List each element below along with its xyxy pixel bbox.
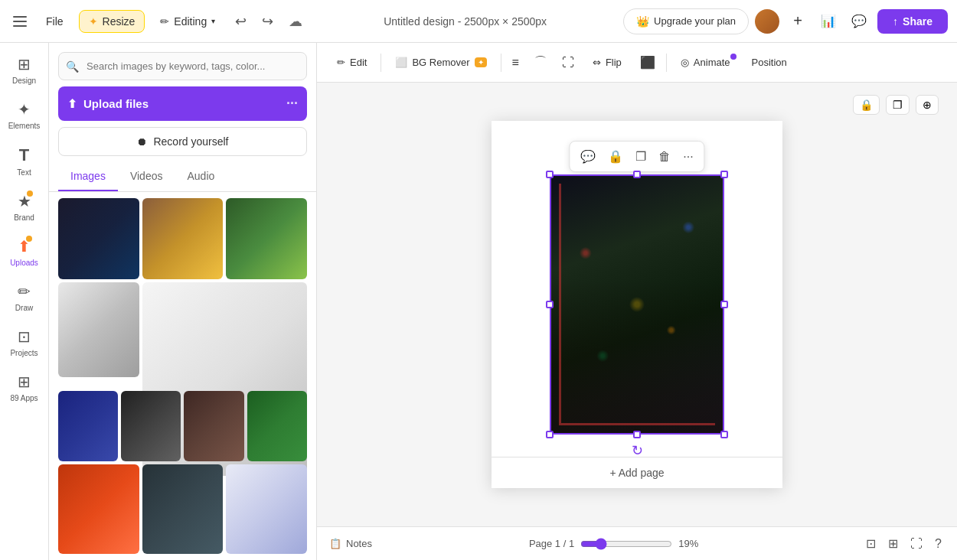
list-item[interactable] [58, 198, 139, 279]
edit-button[interactable]: ✏ Edit [329, 52, 374, 73]
list-item[interactable] [226, 198, 307, 279]
list-item[interactable] [58, 282, 139, 377]
tab-audio[interactable]: Audio [175, 162, 227, 191]
share-button[interactable]: ↑ Share [877, 9, 948, 34]
toolbar-divider-2 [501, 54, 501, 72]
analytics-button[interactable]: 📊 [816, 9, 841, 34]
flip-icon: ⇔ [593, 57, 601, 68]
horizontal-flip-button[interactable]: ≡ [508, 51, 524, 74]
structure-lines [559, 184, 715, 425]
lock-element-button[interactable]: 🔒 [605, 146, 626, 167]
chevron-down-icon: ▾ [211, 17, 215, 25]
design-icon: ⊞ [18, 55, 31, 73]
upgrade-button[interactable]: 👑 Upgrade your plan [623, 8, 749, 34]
images-grid [49, 192, 316, 560]
editing-button[interactable]: ✏ Editing ▾ [151, 11, 224, 32]
elements-icon: ✦ [18, 100, 31, 119]
sidebar-item-design[interactable]: ⊞ Design [3, 49, 46, 91]
notes-icon: 📋 [329, 538, 341, 549]
sidebar-item-uploads[interactable]: ⬆ Uploads [3, 231, 46, 273]
search-icon: 🔍 [66, 60, 79, 73]
list-item[interactable] [58, 464, 139, 554]
canvas-toolbar: ✏ Edit ⬜ BG Remover ✦ ≡ ⌒ ⛶ ⇔ Flip ⬛ ◎ A… [317, 43, 957, 83]
text-icon: T [19, 145, 29, 165]
apps-icon: ⊞ [18, 373, 31, 391]
position-button[interactable]: Position [744, 52, 795, 73]
media-panel: 🔍 ⬆ Upload files ··· ⏺ Record yourself I… [49, 43, 317, 560]
more-options-button[interactable]: ··· [680, 147, 696, 167]
premium-badge: ✦ [475, 57, 487, 67]
file-button[interactable]: File [37, 11, 73, 32]
duplicate-element-button[interactable]: ❐ [632, 146, 649, 167]
list-item[interactable] [121, 391, 181, 461]
resize-handle-tc[interactable] [633, 171, 641, 178]
sidebar-item-brand[interactable]: ★ Brand [3, 186, 46, 228]
add-collaborator-button[interactable]: + [786, 9, 810, 34]
chat-button[interactable]: 💬 [847, 9, 871, 34]
resize-handle-br[interactable] [720, 431, 728, 438]
bg-remover-button[interactable]: ⬜ BG Remover ✦ [387, 52, 494, 73]
notes-button[interactable]: 📋 Notes [329, 538, 372, 549]
animate-button[interactable]: ◎ Animate [673, 52, 738, 73]
upload-files-button[interactable]: ⬆ Upload files ··· [58, 86, 307, 121]
canvas-scroll[interactable]: 🔒 ❐ ⊕ 💬 🔒 ❐ 🗑 ··· [317, 83, 957, 526]
bg-remover-icon: ⬜ [395, 57, 407, 68]
menu-icon[interactable] [9, 11, 31, 32]
canvas-image[interactable] [550, 174, 724, 435]
zoom-slider[interactable] [580, 538, 672, 550]
canvas-area: ✏ Edit ⬜ BG Remover ✦ ≡ ⌒ ⛶ ⇔ Flip ⬛ ◎ A… [317, 43, 957, 560]
draw-icon: ✏ [18, 282, 31, 301]
grid-view-button[interactable]: ⊞ [885, 533, 901, 554]
tab-images[interactable]: Images [58, 162, 118, 191]
selected-element[interactable]: 💬 🔒 ❐ 🗑 ··· [550, 174, 724, 435]
duplicate-button[interactable]: ❐ [886, 95, 910, 115]
resize-handle-tr[interactable] [720, 171, 728, 178]
resize-handle-tl[interactable] [546, 171, 554, 178]
list-item[interactable] [247, 391, 307, 461]
animate-icon: ◎ [681, 57, 689, 68]
delete-element-button[interactable]: 🗑 [655, 147, 674, 167]
upload-icon: ⬆ [67, 97, 77, 111]
sidebar-item-elements[interactable]: ✦ Elements [3, 94, 46, 136]
sidebar-item-text[interactable]: T Text [3, 139, 46, 183]
upload-more-icon: ··· [286, 96, 298, 112]
resize-button[interactable]: ✦ Resize [79, 10, 145, 33]
flip-button[interactable]: ⇔ Flip [585, 52, 629, 73]
lock-button[interactable]: 🔒 [853, 95, 880, 115]
search-area: 🔍 [49, 43, 316, 86]
tab-videos[interactable]: Videos [118, 162, 175, 191]
list-item[interactable] [226, 464, 307, 554]
sidebar-item-apps[interactable]: ⊞ 89 Apps [3, 366, 46, 409]
sidebar-item-projects[interactable]: ⊡ Projects [3, 321, 46, 363]
speech-bubble-button[interactable]: 💬 [577, 146, 599, 167]
crop-button[interactable]: ⛶ [557, 51, 579, 74]
resize-handle-bl[interactable] [546, 431, 554, 438]
fit-to-screen-button[interactable]: ⊡ [863, 533, 879, 554]
resize-handle-ml[interactable] [546, 301, 554, 308]
resize-handle-bc[interactable] [633, 431, 641, 438]
add-to-brand-button[interactable]: ⊕ [916, 95, 939, 115]
crown-icon: 👑 [636, 15, 649, 28]
corner-radius-button[interactable]: ⌒ [530, 50, 551, 75]
share-icon: ↑ [893, 15, 898, 28]
edit-icon: ✏ [337, 57, 345, 68]
avatar[interactable] [755, 9, 779, 34]
list-item[interactable] [142, 464, 224, 554]
record-icon: ⏺ [136, 135, 147, 148]
redo-button[interactable]: ↪ [257, 8, 278, 34]
transparency-button[interactable]: ⬛ [635, 50, 660, 74]
resize-handle-mr[interactable] [720, 301, 728, 308]
search-input[interactable] [58, 52, 307, 80]
list-item[interactable] [184, 391, 243, 461]
add-page-button[interactable]: + Add page [492, 457, 782, 488]
topbar: File ✦ Resize ✏ Editing ▾ ↩ ↪ ☁ Untitled… [0, 0, 957, 43]
context-toolbar: 💬 🔒 ❐ 🗑 ··· [569, 141, 704, 172]
record-yourself-button[interactable]: ⏺ Record yourself [58, 127, 307, 156]
list-item[interactable] [142, 198, 224, 279]
undo-button[interactable]: ↩ [230, 8, 251, 34]
fullscreen-button[interactable]: ⛶ [907, 534, 926, 554]
list-item[interactable] [58, 391, 118, 461]
help-button[interactable]: ? [932, 534, 945, 554]
cloud-save-button[interactable]: ☁ [284, 8, 307, 34]
sidebar-item-draw[interactable]: ✏ Draw [3, 276, 46, 318]
